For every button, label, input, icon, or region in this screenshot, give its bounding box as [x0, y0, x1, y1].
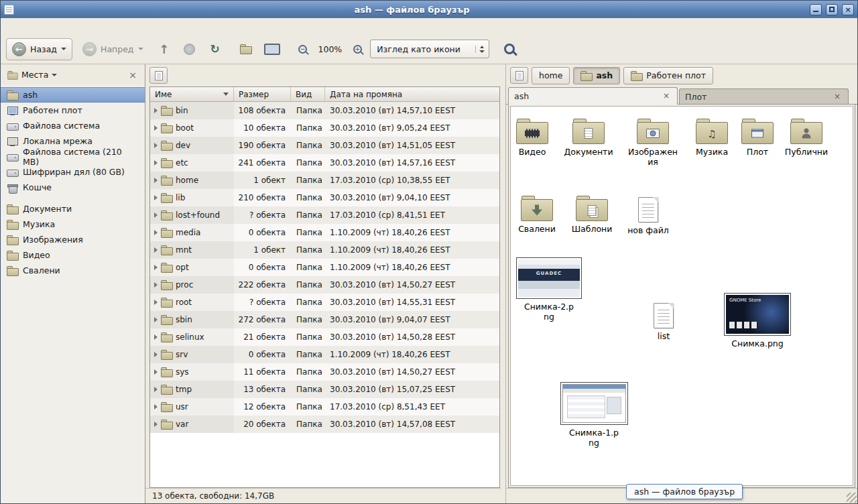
- table-row[interactable]: usr 12 обекта Папка 17.03.2010 (ср) 8,51…: [150, 398, 499, 416]
- expander-icon[interactable]: [154, 195, 158, 200]
- expander-icon[interactable]: [154, 387, 158, 392]
- table-row[interactable]: mnt 1 обект Папка 1.10.2009 (чт) 18,40,2…: [150, 241, 499, 259]
- tab-desktop[interactable]: Плот ×: [679, 88, 849, 104]
- tab-ash[interactable]: ash ×: [508, 87, 678, 105]
- maximize-button[interactable]: [826, 4, 838, 15]
- expander-icon[interactable]: [154, 230, 158, 235]
- breadcrumb-ash[interactable]: ash: [573, 67, 620, 84]
- sidebar-item[interactable]: Документи: [1, 201, 145, 216]
- breadcrumb-desktop[interactable]: Работен плот: [623, 67, 713, 84]
- expander-icon[interactable]: [154, 212, 158, 218]
- table-row[interactable]: media 0 обекта Папка 1.10.2009 (чт) 18,4…: [150, 224, 499, 241]
- location-toggle-button[interactable]: [149, 67, 168, 84]
- location-toggle-button[interactable]: [510, 67, 528, 84]
- sidebar-item[interactable]: Шифриран дял (80 GB): [1, 164, 145, 180]
- sidebar-item[interactable]: Кошче: [1, 180, 145, 195]
- column-header-name[interactable]: Име: [150, 87, 234, 101]
- expander-icon[interactable]: [154, 282, 158, 288]
- table-row[interactable]: var 20 обекта Папка 30.03.2010 (вт) 14,5…: [150, 416, 499, 433]
- table-row[interactable]: root ? обекта Папка 30.03.2010 (вт) 14,5…: [150, 294, 499, 311]
- table-row[interactable]: home 1 обект Папка 17.03.2010 (ср) 10,38…: [150, 172, 499, 189]
- pane-splitter[interactable]: [501, 64, 505, 503]
- menu-item[interactable]: [70, 24, 84, 28]
- sidebar-item[interactable]: Файлова система: [1, 118, 145, 133]
- close-button[interactable]: ×: [842, 4, 854, 15]
- sidebar-item[interactable]: Видео: [1, 247, 145, 263]
- sidebar-title[interactable]: Места: [21, 70, 48, 80]
- forward-button[interactable]: → Напред: [76, 38, 149, 60]
- expander-icon[interactable]: [154, 352, 158, 357]
- expander-icon[interactable]: [154, 160, 158, 166]
- icon-item-snimka[interactable]: GNOME Store Снимка.png: [729, 293, 786, 349]
- table-row[interactable]: selinux 21 обекта Папка 30.03.2010 (вт) …: [150, 328, 499, 346]
- resize-grip[interactable]: [847, 493, 857, 503]
- table-row[interactable]: sbin 272 обекта Папка 30.03.2010 (вт) 9,…: [150, 311, 499, 328]
- expander-icon[interactable]: [154, 300, 158, 305]
- table-row[interactable]: tmp 13 обекта Папка 30.03.2010 (вт) 15,0…: [150, 381, 499, 398]
- table-row[interactable]: sys 11 обекта Папка 30.03.2010 (вт) 14,5…: [150, 363, 499, 381]
- computer-button[interactable]: [261, 38, 282, 60]
- sidebar-item[interactable]: Файлова система (210 MB): [1, 149, 145, 164]
- table-row[interactable]: lib 210 обекта Папка 30.03.2010 (вт) 9,0…: [150, 189, 499, 206]
- table-row[interactable]: srv 0 обекта Папка 1.10.2009 (чт) 18,40,…: [150, 346, 499, 363]
- table-row[interactable]: dev 190 обекта Папка 30.03.2010 (вт) 14,…: [150, 137, 499, 154]
- expander-icon[interactable]: [154, 108, 158, 113]
- icon-view[interactable]: Видео Документи Изображения ♫ Музика: [510, 106, 853, 486]
- menu-item[interactable]: [17, 24, 30, 28]
- icon-item-new-file[interactable]: нов файл: [620, 197, 676, 235]
- tab-close-icon[interactable]: ×: [832, 91, 843, 102]
- reload-button[interactable]: ↻: [204, 38, 226, 60]
- table-row[interactable]: etc 241 обекта Папка 30.03.2010 (вт) 14,…: [150, 154, 499, 172]
- sidebar-item[interactable]: ash: [1, 87, 145, 103]
- expander-icon[interactable]: [154, 125, 158, 131]
- expander-icon[interactable]: [154, 422, 158, 427]
- up-button[interactable]: ↑: [154, 38, 175, 60]
- column-header-size[interactable]: Размер: [234, 87, 291, 101]
- table-row[interactable]: bin 108 обекта Папка 30.03.2010 (вт) 14,…: [150, 102, 499, 119]
- icon-item-video[interactable]: Видео: [510, 119, 560, 157]
- stop-button[interactable]: [179, 38, 200, 60]
- menu-item[interactable]: [57, 24, 70, 28]
- table-row[interactable]: opt 0 обекта Папка 1.10.2009 (чт) 18,40,…: [150, 259, 499, 276]
- home-button[interactable]: [235, 38, 257, 60]
- expander-icon[interactable]: [154, 247, 158, 253]
- icon-item-list[interactable]: list: [635, 303, 692, 341]
- icon-item-public[interactable]: Публични: [778, 119, 835, 157]
- icon-item-snimka2[interactable]: GUADEC Снимка-2.png: [521, 257, 577, 322]
- table-row[interactable]: boot 10 обекта Папка 30.03.2010 (вт) 9,0…: [150, 119, 499, 137]
- search-button[interactable]: [499, 38, 520, 60]
- table-row[interactable]: proc 222 обекта Папка 30.03.2010 (вт) 14…: [150, 276, 499, 294]
- expander-icon[interactable]: [154, 404, 158, 410]
- icon-item-desktop[interactable]: Плот: [729, 119, 786, 157]
- breadcrumb-home[interactable]: home: [532, 67, 570, 84]
- expander-icon[interactable]: [154, 143, 158, 148]
- menu-item[interactable]: [3, 24, 17, 28]
- icon-item-images[interactable]: Изображения: [625, 119, 681, 167]
- view-mode-select[interactable]: Изглед като икони: [370, 40, 489, 58]
- zoom-in-button[interactable]: +: [349, 40, 366, 58]
- minimize-button[interactable]: [810, 4, 822, 15]
- column-header-date[interactable]: Дата на промяна: [325, 87, 499, 101]
- expander-icon[interactable]: [154, 317, 158, 322]
- expander-icon[interactable]: [154, 369, 158, 375]
- icon-item-templates[interactable]: Шаблони: [564, 196, 620, 234]
- sidebar-item[interactable]: Музика: [1, 216, 145, 232]
- menu-item[interactable]: [44, 24, 57, 28]
- back-button[interactable]: ← Назад: [6, 38, 72, 60]
- tab-close-icon[interactable]: ×: [661, 90, 672, 101]
- sidebar-item[interactable]: Свалени: [1, 263, 145, 278]
- titlebar[interactable]: ash — файлов браузър ×: [1, 1, 857, 18]
- icon-item-downloads[interactable]: Свалени: [510, 196, 565, 234]
- expander-icon[interactable]: [154, 265, 158, 270]
- expander-icon[interactable]: [154, 334, 158, 340]
- icon-item-documents[interactable]: Документи: [560, 119, 617, 157]
- zoom-out-button[interactable]: −: [294, 40, 312, 58]
- sidebar-item[interactable]: [1, 195, 145, 201]
- table-row[interactable]: lost+found ? обекта Папка 17.03.2010 (ср…: [150, 206, 499, 224]
- sidebar-item[interactable]: Изображения: [1, 232, 145, 247]
- sidebar-close-button[interactable]: ×: [127, 70, 139, 80]
- sidebar-item[interactable]: Работен плот: [1, 103, 145, 118]
- column-header-type[interactable]: Вид: [291, 87, 325, 101]
- menu-item[interactable]: [30, 24, 44, 28]
- icon-item-snimka1[interactable]: Снимка-1.png: [566, 382, 622, 448]
